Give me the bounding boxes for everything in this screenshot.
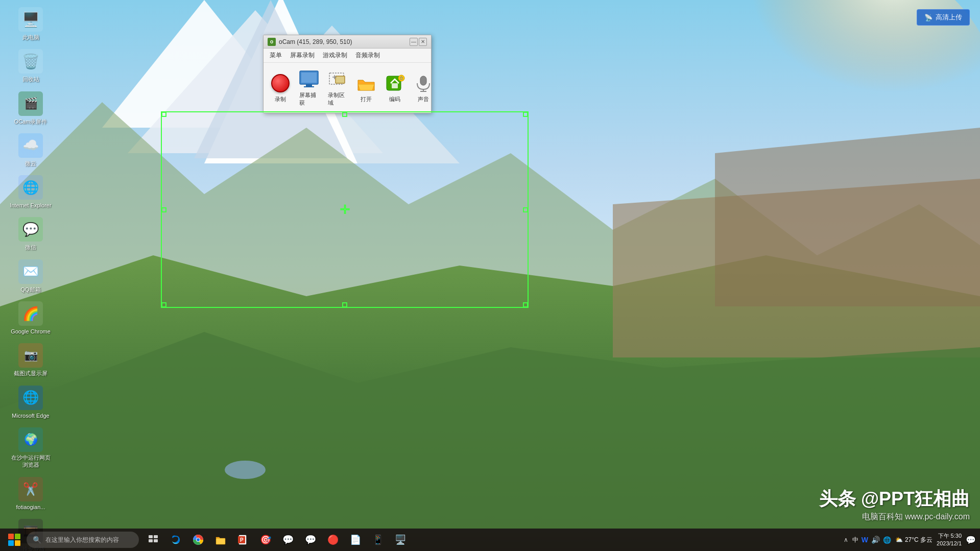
taskbar-explorer[interactable] [210, 530, 231, 550]
taskbar-search[interactable]: 🔍 在这里输入你想搜索的内容 [27, 532, 139, 548]
tray-word-icon[interactable]: W [862, 536, 868, 544]
svg-rect-0 [0, 0, 980, 551]
taskbar-wps[interactable]: 📄 [345, 530, 366, 550]
win-pane-yellow [15, 540, 20, 546]
svg-rect-28 [154, 539, 158, 542]
encode-icon [385, 73, 405, 93]
win-pane-green [15, 534, 20, 539]
taskbar-app-7[interactable]: 💬 [278, 530, 298, 550]
handle-bottom-right[interactable] [523, 302, 528, 307]
start-button[interactable] [4, 530, 25, 550]
ocam-window: o oCam (415, 289, 950, 510) — ✕ 菜单 屏幕录制 … [263, 35, 432, 113]
clock-area[interactable]: 下午 5:30 2023/12/1 [937, 532, 962, 548]
taskbar-app-12[interactable]: 🖥️ [390, 530, 411, 550]
desktop-icon-ocam[interactable]: 🎬 OCam录屏件 [5, 88, 56, 128]
svg-rect-18 [336, 76, 345, 83]
desktop-icon-fotiao[interactable]: ✂️ fotiaogian... [5, 474, 56, 514]
taskbar-app-6[interactable]: 🎯 [255, 530, 276, 550]
taskbar-tray: ∧ 中 W 🔊 🌐 ⛅ 27°C 多云 下午 5:30 2023/12/1 💬 [844, 532, 976, 548]
open-icon [356, 73, 376, 93]
screen-capture-button[interactable]: 屏幕捕获 [296, 67, 322, 109]
desktop-icon-edge[interactable]: 🌐 Microsoft Edge [5, 382, 56, 422]
region-button[interactable]: 录制区域 [325, 67, 350, 109]
svg-rect-14 [301, 73, 317, 83]
upload-icon: 📡 [924, 14, 933, 21]
desktop-icon-computer[interactable]: 🖥️ 此电脑 [5, 4, 56, 44]
handle-top-right[interactable] [523, 112, 528, 117]
open-label: 打开 [361, 95, 372, 103]
taskbar-app-9[interactable]: 🔴 [323, 530, 343, 550]
ocam-toolbar: 录制 屏幕捕获 [264, 63, 431, 113]
region-icon [327, 69, 348, 89]
handle-middle-left[interactable] [161, 207, 166, 212]
clock-date: 2023/12/1 [937, 540, 962, 547]
svg-rect-27 [149, 539, 153, 542]
ocam-minimize-button[interactable]: — [410, 38, 418, 46]
win-pane-blue [8, 540, 14, 546]
desktop-icon-recycle[interactable]: 🗑️ 回收站 [5, 46, 56, 86]
desktop-icon-wechat[interactable]: 💬 微信 [5, 214, 56, 254]
tray-volume-icon[interactable]: 🔊 [871, 536, 880, 544]
ocam-menubar: 菜单 屏幕录制 游戏录制 音频录制 [264, 49, 431, 63]
handle-middle-right[interactable] [523, 207, 528, 212]
taskbar-wechat[interactable]: 💬 [300, 530, 321, 550]
ocam-app-icon: o [268, 38, 276, 46]
windows-logo [8, 534, 20, 546]
upload-label: 高清上传 [936, 13, 962, 22]
desktop-icon-qqmail[interactable]: ✉️ QQ邮箱 [5, 256, 56, 296]
record-label: 录制 [275, 95, 286, 103]
record-icon [270, 73, 291, 93]
svg-rect-22 [420, 76, 426, 85]
encode-label: 编码 [389, 95, 400, 103]
ocam-title: oCam (415, 289, 950, 510) [279, 38, 352, 45]
desktop-icon-ie[interactable]: 🌐 Internet Explorer [5, 172, 56, 212]
desktop-icon-chrome[interactable]: 🌈 Google Chrome [5, 298, 56, 338]
desktop-icon-webrender[interactable]: 🌍 在沙中运行网页浏览器 [5, 424, 56, 472]
tray-network-icon[interactable]: 🌐 [883, 536, 891, 544]
record-button[interactable]: 录制 [268, 71, 293, 105]
audio-button[interactable]: 声音 [411, 71, 436, 105]
taskbar-powerpoint[interactable]: P [233, 530, 253, 550]
svg-point-21 [398, 75, 404, 81]
notification-button[interactable]: 💬 [966, 535, 976, 545]
encode-button[interactable]: 编码 [382, 71, 408, 105]
svg-rect-20 [392, 83, 398, 88]
region-label: 录制区域 [328, 91, 347, 107]
desktop-icon-weiyun[interactable]: ☁️ 微云 [5, 130, 56, 170]
ocam-close-button[interactable]: ✕ [419, 38, 427, 46]
menu-item-game[interactable]: 游戏录制 [319, 50, 351, 61]
taskbar-taskview[interactable] [143, 530, 163, 550]
handle-top-left[interactable] [161, 112, 166, 117]
open-button[interactable]: 打开 [353, 71, 379, 105]
menu-item-audio[interactable]: 音频录制 [351, 50, 384, 61]
svg-rect-32 [216, 538, 225, 544]
crosshair-icon: ✛ [340, 203, 350, 217]
taskbar-app-icons: P 🎯 💬 💬 🔴 📄 📱 🖥️ [143, 530, 411, 550]
svg-point-12 [225, 461, 266, 479]
tray-overflow-button[interactable]: ∧ [844, 536, 848, 543]
taskbar-edge[interactable] [165, 530, 186, 550]
svg-point-31 [197, 538, 200, 541]
menu-item-main[interactable]: 菜单 [266, 50, 286, 61]
taskbar-chrome[interactable] [188, 530, 208, 550]
ocam-titlebar-left: o oCam (415, 289, 950, 510) [268, 38, 352, 46]
handle-bottom-middle[interactable] [342, 302, 347, 307]
svg-rect-25 [149, 535, 153, 538]
menu-item-screen[interactable]: 屏幕录制 [286, 50, 319, 61]
svg-rect-16 [304, 86, 314, 87]
handle-bottom-left[interactable] [161, 302, 166, 307]
desktop-icon-jietu[interactable]: 📷 截图式显示屏 [5, 340, 56, 380]
tray-icons: 中 W 🔊 🌐 [852, 536, 891, 544]
taskbar: 🔍 在这里输入你想搜索的内容 [0, 529, 980, 551]
watermark-sub-text: 电脑百科知 www.pc-daily.com [819, 512, 970, 522]
weather-temp: 27°C 多云 [905, 536, 933, 544]
top-right-upload-button[interactable]: 📡 高清上传 [917, 9, 970, 26]
ocam-titlebar: o oCam (415, 289, 950, 510) — ✕ [264, 35, 431, 49]
tray-lang-icon[interactable]: 中 [852, 536, 858, 544]
desktop: 🖥️ 此电脑 🗑️ 回收站 🎬 OCam录屏件 ☁️ 微云 🌐 Internet… [0, 0, 980, 551]
weather-display[interactable]: ⛅ 27°C 多云 [895, 536, 933, 544]
svg-rect-26 [154, 535, 158, 538]
taskbar-app-11[interactable]: 📱 [368, 530, 388, 550]
audio-icon [413, 73, 434, 93]
win-pane-red [8, 534, 14, 539]
